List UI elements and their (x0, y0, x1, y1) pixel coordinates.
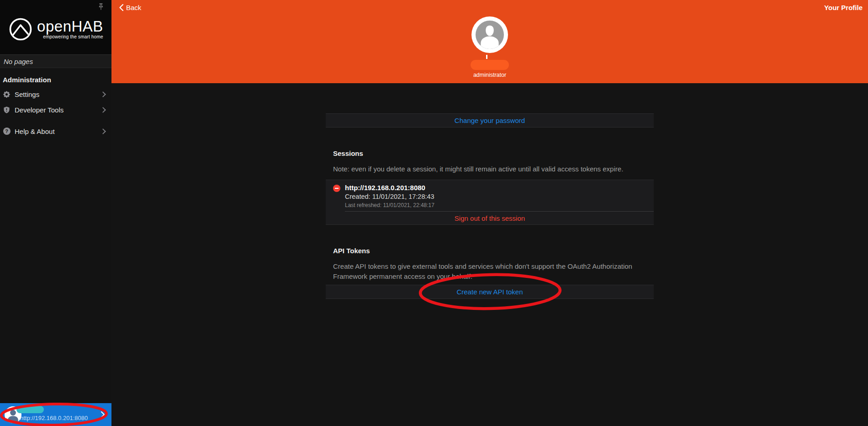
page-title: Your Profile (824, 4, 863, 11)
chevron-right-icon (100, 91, 106, 97)
server-url: http://192.168.0.201:8080 (20, 415, 88, 421)
redacted-username (16, 406, 44, 413)
sessions-note: Note: even if you delete a session, it m… (333, 164, 646, 174)
pin-sidebar-icon[interactable] (97, 3, 105, 11)
role-label: administrator (473, 72, 506, 78)
openhab-logo: openHAB empowering the smart home (8, 17, 103, 42)
session-created: Created: 11/01/2021, 17:28:43 (345, 193, 434, 200)
sidebar: openHAB empowering the smart home No pag… (0, 0, 111, 426)
chevron-right-icon (101, 411, 105, 420)
session-item: http://192.168.0.201:8080 Created: 11/01… (326, 180, 654, 211)
profile-identity: administrator (111, 16, 868, 78)
chevron-left-icon (119, 4, 124, 11)
create-api-token-row[interactable]: Create new API token (326, 285, 654, 299)
back-button[interactable]: Back (119, 4, 141, 11)
redacted-display-name (471, 60, 509, 70)
gear-icon (3, 91, 11, 98)
create-api-token-link[interactable]: Create new API token (456, 288, 523, 296)
change-password-link[interactable]: Change your password (455, 117, 525, 124)
server-info: http://192.168.0.201:8080 (16, 406, 88, 421)
session-url: http://192.168.0.201:8080 (345, 184, 434, 192)
question-circle-icon: ? (3, 128, 11, 135)
chevron-right-icon (100, 128, 106, 134)
chevron-right-icon (100, 107, 106, 113)
server-account-bar[interactable]: http://192.168.0.201:8080 (0, 403, 111, 426)
openhab-logo-icon (8, 17, 33, 42)
profile-header: Back Your Profile administrator (111, 0, 868, 83)
avatar (471, 16, 508, 53)
api-tokens-description: Create API tokens to give external tools… (333, 261, 646, 282)
no-pages-label: No pages (0, 54, 111, 68)
sidebar-item-label: Settings (15, 91, 101, 98)
sessions-title: Sessions (333, 149, 654, 157)
text-cursor-tick (486, 55, 487, 59)
administration-section-title: Administration (3, 76, 111, 84)
sidebar-item-developer-tools[interactable]: Developer Tools (0, 102, 111, 117)
sidebar-item-settings[interactable]: Settings (0, 86, 111, 102)
session-card: http://192.168.0.201:8080 Created: 11/01… (326, 180, 654, 225)
shield-exclamation-icon (3, 106, 11, 114)
delete-session-icon[interactable] (333, 185, 340, 192)
main-content: Change your password Sessions Note: even… (111, 83, 868, 426)
session-last-refreshed: Last refreshed: 11/01/2021, 22:48:17 (345, 202, 434, 208)
back-label: Back (126, 4, 141, 11)
sidebar-item-label: Help & About (15, 128, 101, 135)
brand-name: openHAB (37, 19, 103, 34)
sidebar-logo-area: openHAB empowering the smart home (0, 0, 111, 54)
sign-out-session-link[interactable]: Sign out of this session (455, 214, 525, 222)
sidebar-item-label: Developer Tools (15, 106, 101, 114)
api-tokens-title: API Tokens (333, 247, 654, 255)
change-password-row[interactable]: Change your password (326, 113, 654, 128)
brand-tagline: empowering the smart home (43, 34, 103, 39)
sidebar-item-help-about[interactable]: ? Help & About (0, 123, 111, 139)
sign-out-session-row[interactable]: Sign out of this session (326, 212, 654, 224)
